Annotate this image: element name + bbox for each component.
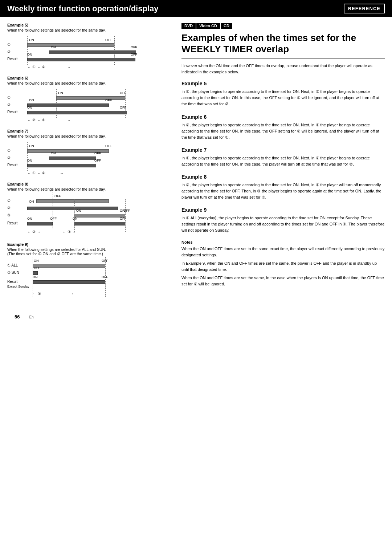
left-example-7-desc: When the following settings are selected… <box>7 134 167 138</box>
page-footer: 56 En <box>7 310 167 323</box>
content-area: Example 5) When the following settings a… <box>0 17 392 553</box>
example-section-6: Example 6 In ②, the player begins to ope… <box>181 114 385 141</box>
example-section-9: Example 9 In ① ALL(everyday), the player… <box>181 207 385 233</box>
example-9-text: In ① ALL(everyday), the player begins to… <box>181 215 385 233</box>
left-example-8-label: Example 8) <box>7 182 167 186</box>
left-example-5-label: Example 5) <box>7 23 167 27</box>
left-example-7-label: Example 7) <box>7 129 167 133</box>
left-example-9: Example 9) When the following settings a… <box>7 242 167 302</box>
page-lang: En <box>29 315 33 319</box>
reference-badge: REFERENCE <box>344 4 385 13</box>
notes-text-3: When the ON and OFF times are set the sa… <box>181 275 385 287</box>
left-example-6: Example 6) When the following settings a… <box>7 76 167 121</box>
page-header: Weekly timer function operation/display … <box>0 0 392 17</box>
left-example-6-desc: When the following settings are selected… <box>7 81 167 85</box>
example-section-8: Example 8 In ②, the player begins to ope… <box>181 174 385 200</box>
section-title: Examples of when the times set for the W… <box>181 32 385 58</box>
intro-text: However when the ON time and the OFF tim… <box>181 63 385 75</box>
diagram-6: ① ON OFF ② ON OFF <box>7 88 160 121</box>
page-number: 56 <box>7 310 27 323</box>
left-example-6-label: Example 6) <box>7 76 167 80</box>
notes-section: Notes When the ON and OFF times are set … <box>181 240 385 287</box>
diagram-8: ① OFF ON ② <box>7 194 160 234</box>
diagram-5: ① ON OFF ② ON <box>7 35 160 68</box>
example-9-heading: Example 9 <box>181 207 385 213</box>
example-5-heading: Example 5 <box>181 81 385 86</box>
left-example-7: Example 7) When the following settings a… <box>7 129 167 174</box>
example-8-text: In ②, the player begins to operate accor… <box>181 182 385 200</box>
left-example-9-desc: When the following settings are selected… <box>7 247 167 256</box>
left-example-8: Example 8) When the following settings a… <box>7 182 167 234</box>
left-example-5: Example 5) When the following settings a… <box>7 23 167 68</box>
left-example-8-desc: When the following settings are selected… <box>7 187 167 191</box>
format-tag-cd: CD <box>221 23 232 29</box>
example-section-5: Example 5 In ①, the player begins to ope… <box>181 81 385 107</box>
example-5-text: In ①, the player begins to operate accor… <box>181 89 385 107</box>
notes-heading: Notes <box>181 240 385 244</box>
notes-text-2: In Example 9, when the ON and OFF times … <box>181 260 385 273</box>
left-example-5-desc: When the following settings are selected… <box>7 28 167 32</box>
page-title: Weekly timer function operation/display <box>7 4 158 13</box>
left-column: Example 5) When the following settings a… <box>0 17 174 553</box>
example-section-7: Example 7 In ①, the player begins to ope… <box>181 147 385 167</box>
format-tags: DVD Video CD CD <box>181 23 385 29</box>
example-6-heading: Example 6 <box>181 114 385 120</box>
right-column: DVD Video CD CD Examples of when the tim… <box>174 17 392 553</box>
example-7-heading: Example 7 <box>181 147 385 153</box>
left-example-9-label: Example 9) <box>7 242 167 247</box>
example-8-heading: Example 8 <box>181 174 385 180</box>
format-tag-dvd: DVD <box>181 23 196 29</box>
format-tag-videocd: Video CD <box>196 23 220 29</box>
notes-text-1: When the ON and OFF times are set to the… <box>181 246 385 258</box>
diagram-9: ① ALL ON OFF ② SUN OFF <box>7 259 160 302</box>
diagram-7: ① ON OFF ② ON OFF <box>7 141 160 174</box>
page: Weekly timer function operation/display … <box>0 0 392 553</box>
example-6-text: In ②, the player begins to operate accor… <box>181 122 385 141</box>
example-7-text: In ①, the player begins to operate accor… <box>181 155 385 167</box>
